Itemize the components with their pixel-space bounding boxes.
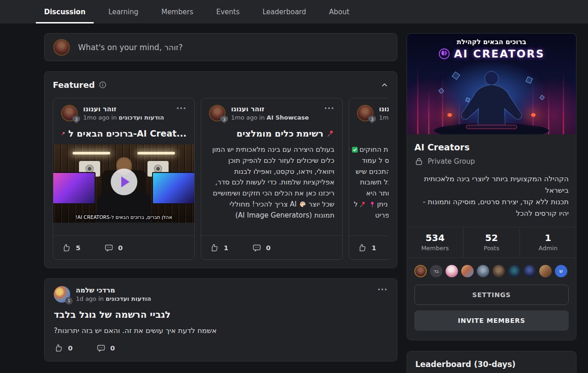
- comment-icon: [252, 243, 261, 252]
- comment-icon: [104, 243, 113, 252]
- comment-button[interactable]: [96, 344, 106, 353]
- stat-members[interactable]: 534 Members: [407, 227, 463, 258]
- top-nav: Discussion Learning Members Events Leade…: [0, 0, 588, 23]
- category-link[interactable]: AI Showcase: [266, 114, 309, 121]
- post-title[interactable]: לגביי הרשמה של גוגל בלבד: [54, 309, 388, 320]
- round-pin-icon: [369, 201, 376, 208]
- author-name[interactable]: זוהר וענונו: [83, 105, 164, 113]
- pushpin-icon: [327, 130, 334, 138]
- banner-welcome-text: ברוכים הבאים לקהילת: [407, 38, 576, 46]
- settings-button[interactable]: SETTINGS: [414, 285, 569, 305]
- featured-card-rules[interactable]: 3 זוהר וענונו 1mo ago in הודעות ועדכונים…: [349, 98, 389, 260]
- banner-figure: [423, 61, 560, 134]
- stat-posts[interactable]: 52 Posts: [463, 227, 520, 258]
- video-caption: אהלן חברים, ברוכים הבאים ל-AI CREATORS!: [53, 214, 194, 220]
- post-body: אשמח לדעת איך עושים את זה. והאם יש בזה י…: [54, 327, 388, 335]
- tab-discussion[interactable]: Discussion: [36, 0, 94, 23]
- check-icon: [351, 146, 358, 153]
- group-stats: 534 Members 52 Posts 1 Admin: [407, 227, 576, 258]
- lock-icon: [414, 157, 424, 166]
- author-name[interactable]: זוהר וענונו: [379, 105, 389, 113]
- like-button[interactable]: [54, 343, 63, 353]
- member-avatar[interactable]: [524, 265, 536, 277]
- thumbs-up-icon: [62, 243, 71, 252]
- thumbs-up-icon: [54, 343, 63, 353]
- featured-card-tools[interactable]: 3 זוהר וענונו 1mo ago in AI Showcase ···…: [201, 98, 343, 260]
- rocket-icon: [61, 129, 65, 138]
- feed-post[interactable]: 1 מרדכי שלמה 1d ago in הודעות ועדכונים ·…: [44, 278, 397, 362]
- author-name[interactable]: מרדכי שלמה: [76, 286, 151, 294]
- post-title[interactable]: ברוכים הבאים ל-AI Creat...: [61, 128, 187, 138]
- thumbs-up-icon: [357, 243, 367, 252]
- video-thumbnail[interactable]: אהלן חברים, ברוכים הבאים ל-AI CREATORS!: [53, 144, 194, 223]
- tab-about[interactable]: About: [321, 0, 357, 23]
- stat-admin[interactable]: 1 Admin: [520, 227, 576, 258]
- privacy-label: Private Group: [428, 157, 475, 166]
- member-avatar[interactable]: [477, 265, 489, 277]
- pushpin-icon: [359, 201, 366, 208]
- comment-icon: [96, 344, 106, 353]
- like-count: 5: [76, 244, 80, 252]
- level-badge: 3: [73, 115, 80, 123]
- post-title[interactable]: חוקי הקהילה: [357, 128, 389, 138]
- main-column: What's on your mind, זוהר? Featured 3: [44, 33, 397, 373]
- invite-members-button[interactable]: INVITE MEMBERS: [414, 310, 569, 331]
- author-name[interactable]: זוהר וענונו: [231, 105, 309, 113]
- like-button[interactable]: [357, 243, 367, 252]
- member-avatar[interactable]: [492, 265, 505, 277]
- post-meta: 1mo ago in הודעות ועדכונים: [83, 114, 164, 121]
- like-count: 0: [68, 344, 73, 352]
- more-options-icon[interactable]: ···: [324, 104, 334, 113]
- member-avatar[interactable]: [446, 265, 458, 277]
- group-description: הקהילה המקצועית ביותר ליוצרי בינה מלאכות…: [414, 173, 569, 219]
- sidebar: ברוכים הבאים לקהילת AI CREATORS AI Creat…: [407, 33, 577, 373]
- member-avatar[interactable]: בד: [430, 265, 442, 277]
- tab-events[interactable]: Events: [208, 0, 248, 23]
- banner-brand-text: AI CREATORS: [454, 48, 545, 60]
- post-composer[interactable]: What's on your mind, זוהר?: [44, 33, 397, 61]
- category-link[interactable]: הודעות ועדכונים: [106, 295, 151, 302]
- tab-members[interactable]: Members: [153, 0, 202, 23]
- post-meta: 1d ago in הודעות ועדכונים: [76, 295, 151, 302]
- post-title[interactable]: רשימת כלים מומלצים: [209, 128, 334, 138]
- like-button[interactable]: [62, 243, 71, 252]
- comment-button[interactable]: [104, 243, 113, 252]
- like-button[interactable]: [209, 243, 219, 252]
- level-badge: 3: [220, 115, 228, 123]
- leaderboard-card: Leaderboard (30-days): [407, 351, 577, 373]
- member-avatar[interactable]: [539, 265, 552, 277]
- comment-button[interactable]: [252, 243, 261, 252]
- like-count: 1: [372, 244, 376, 252]
- brain-icon: [438, 48, 450, 60]
- current-user-avatar: [53, 39, 70, 56]
- post-meta: 1mo ago in AI Showcase: [231, 114, 309, 121]
- composer-placeholder: What's on your mind, זוהר?: [78, 43, 183, 52]
- category-link[interactable]: הודעות ועדכונים: [119, 114, 164, 121]
- post-body: בעולם היצירה עם בינה מלאכותית יש המון כל…: [209, 144, 334, 221]
- more-options-icon[interactable]: ···: [176, 104, 187, 113]
- member-avatar[interactable]: [508, 265, 520, 277]
- comment-count: 0: [118, 244, 123, 252]
- member-avatar[interactable]: [461, 265, 474, 277]
- post-body: רגע לפני שמתחילים - קראתם את החוקיםלמעלה…: [357, 144, 389, 221]
- thumbs-up-icon: [209, 243, 219, 252]
- member-avatar[interactable]: ש: [555, 265, 567, 277]
- info-icon[interactable]: [99, 81, 107, 89]
- tab-learning[interactable]: Learning: [100, 0, 147, 23]
- more-options-icon[interactable]: ···: [378, 285, 388, 294]
- comment-count: 0: [110, 344, 115, 352]
- palette-icon: [299, 201, 306, 208]
- chevron-up-icon[interactable]: [380, 81, 389, 89]
- level-badge: 1: [65, 297, 73, 304]
- member-avatars-row: בד ש: [407, 258, 576, 277]
- member-avatar[interactable]: [414, 265, 427, 277]
- group-banner[interactable]: ברוכים הבאים לקהילת AI CREATORS: [407, 34, 576, 134]
- featured-cards-row: 3 זוהר וענונו 1mo ago in הודעות ועדכונים…: [53, 98, 389, 260]
- featured-card-welcome[interactable]: 3 זוהר וענונו 1mo ago in הודעות ועדכונים…: [53, 98, 195, 260]
- like-count: 1: [224, 244, 228, 252]
- tab-leaderboard[interactable]: Leaderboard: [254, 0, 315, 23]
- play-icon[interactable]: [111, 169, 137, 195]
- comment-count: 0: [266, 244, 271, 252]
- leaderboard-title: Leaderboard (30-days): [415, 360, 568, 369]
- featured-section: Featured 3 זוהר וענונו 1mo ago in הודעות: [44, 71, 397, 268]
